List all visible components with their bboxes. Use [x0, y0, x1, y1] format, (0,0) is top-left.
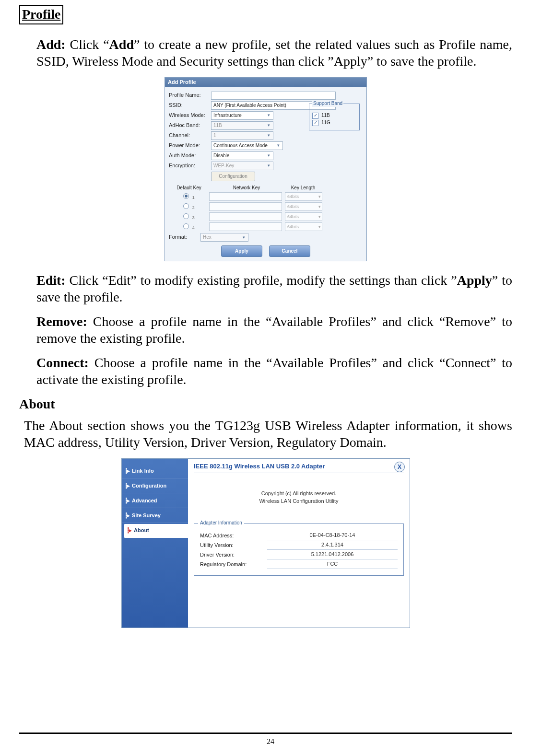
select-keylen-4: 64bits▾: [285, 222, 322, 231]
lbl-wireless-mode: Wireless Mode:: [169, 112, 208, 119]
chevron-down-icon: ▾: [318, 214, 321, 220]
section-title-about: About: [19, 395, 512, 412]
add-profile-dialog: Add Profile Profile Name: SSID: ANY (Fir…: [165, 77, 367, 261]
chevron-down-icon: ▾: [265, 123, 272, 128]
key-headers: Default Key Network Key Key Length: [169, 185, 363, 191]
lbl-profile-name: Profile Name:: [169, 92, 208, 99]
apply-button[interactable]: Apply: [221, 245, 262, 257]
bullet-icon: ┇▸: [127, 527, 131, 534]
auth-mode-value: Disable: [213, 153, 229, 159]
about-sidebar: ┇▸Link Info ┇▸Configuration ┇▸Advanced ┇…: [122, 459, 188, 628]
connect-label: Connect:: [36, 355, 89, 370]
about-copyright: Copyright (c) All rights reserved.: [194, 489, 404, 498]
select-keylen-3: 64bits▾: [285, 212, 322, 221]
sidebar-label-link-info: Link Info: [132, 468, 154, 475]
lbl-11g: 11G: [321, 120, 330, 125]
radio-key-2[interactable]: [183, 203, 189, 209]
footer-rule: [19, 733, 512, 734]
add-bold: Add: [109, 37, 134, 52]
lbl-mac: MAC Address:: [200, 533, 267, 539]
key-row-2: 2 64bits▾: [169, 202, 363, 211]
sidebar-item-link-info[interactable]: ┇▸Link Info: [122, 465, 188, 478]
select-keylen-1: 64bits▾: [285, 192, 322, 201]
channel-value: 1: [213, 133, 216, 139]
lbl-regulatory-domain: Regulatory Domain:: [200, 561, 267, 568]
select-wireless-mode[interactable]: Infrastructure▾: [211, 111, 273, 120]
para-connect: Connect: Choose a profile name in the “A…: [36, 354, 512, 388]
chevron-down-icon: ▾: [318, 204, 321, 209]
dialog-title: Add Profile: [165, 78, 366, 87]
chevron-down-icon: ▾: [265, 153, 272, 158]
sidebar-label-configuration: Configuration: [132, 483, 166, 489]
sidebar-label-site-survey: Site Survey: [132, 512, 161, 519]
select-format: Hex▾: [200, 233, 248, 242]
hdr-network-key: Network Key: [209, 185, 284, 191]
support-band-group: Support Band ✓11B ✓11G: [309, 104, 360, 130]
hdr-key-length: Key Length: [284, 185, 322, 191]
keylen-4-value: 64bits: [287, 224, 299, 230]
key-row-4: 4 64bits▾: [169, 222, 363, 231]
chevron-down-icon: ▾: [240, 235, 247, 240]
input-key-3[interactable]: [209, 212, 282, 221]
sidebar-label-about: About: [134, 527, 149, 534]
lbl-auth-mode: Auth Mode:: [169, 152, 208, 159]
sidebar-item-about[interactable]: ┇▸About: [124, 524, 188, 538]
select-channel: 1▾: [211, 131, 273, 140]
adapter-info-group: Adapter Information MAC Address:0E-04-C8…: [194, 523, 404, 576]
lbl-power-mode: Power Mode:: [169, 142, 208, 149]
input-key-2[interactable]: [209, 202, 282, 211]
lbl-ssid: SSID:: [169, 102, 208, 109]
hdr-default-key: Default Key: [169, 185, 209, 191]
configuration-button: Configuration: [211, 172, 255, 181]
chevron-down-icon: ▾: [275, 143, 282, 148]
sidebar-item-advanced[interactable]: ┇▸Advanced: [122, 494, 188, 508]
bullet-icon: ┇▸: [125, 512, 129, 519]
lbl-channel: Channel:: [169, 132, 208, 139]
lbl-encryption: Encryption:: [169, 163, 208, 169]
keylen-1-value: 64bits: [287, 194, 299, 199]
add-text-a: Click “: [66, 37, 109, 52]
key-row-1: 1 64bits▾: [169, 192, 363, 201]
about-copy-block: Copyright (c) All rights reserved. Wirel…: [194, 489, 404, 505]
bullet-icon: ┇▸: [125, 483, 129, 489]
cancel-button[interactable]: Cancel: [269, 245, 310, 257]
select-auth-mode[interactable]: Disable▾: [211, 151, 273, 160]
page-number: 24: [0, 737, 541, 746]
edit-label: Edit:: [36, 273, 66, 288]
chevron-down-icon: ▾: [318, 194, 321, 199]
checkbox-11g[interactable]: ✓: [312, 120, 318, 126]
encryption-value: WEP-Key: [213, 163, 234, 169]
radio-key-3[interactable]: [183, 213, 189, 219]
bullet-icon: ┇▸: [125, 468, 129, 475]
lbl-adhoc-band: AdHoc Band:: [169, 122, 208, 129]
key-row-3: 3 64bits▾: [169, 212, 363, 221]
chevron-down-icon: ▾: [265, 133, 272, 138]
checkbox-11b[interactable]: ✓: [312, 113, 318, 119]
lbl-format: Format:: [169, 234, 198, 241]
lbl-driver-version: Driver Version:: [200, 552, 267, 558]
para-edit: Edit: Click “Edit” to modify existing pr…: [36, 272, 512, 305]
radio-key-4[interactable]: [183, 223, 189, 229]
about-product-line: Wireless LAN Configuration Utility: [194, 497, 404, 505]
sidebar-item-configuration[interactable]: ┇▸Configuration: [122, 479, 188, 493]
add-label: Add:: [36, 37, 66, 52]
input-profile-name[interactable]: [211, 92, 336, 100]
edit-bold: Apply: [457, 273, 492, 288]
chevron-down-icon: ▾: [318, 224, 321, 230]
adapter-info-legend: Adapter Information: [198, 520, 244, 526]
val-utility-version: 2.4.1.314: [267, 542, 398, 550]
remove-text: Choose a profile name in the “Available …: [36, 314, 512, 346]
input-key-1[interactable]: [209, 192, 282, 201]
sidebar-label-advanced: Advanced: [132, 498, 157, 504]
radio-key-1[interactable]: [183, 193, 189, 199]
remove-label: Remove:: [36, 314, 87, 329]
support-band-legend: Support Band: [312, 101, 343, 107]
chevron-down-icon: ▾: [265, 113, 272, 118]
sidebar-item-site-survey[interactable]: ┇▸Site Survey: [122, 509, 188, 523]
about-screenshot: ┇▸Link Info ┇▸Configuration ┇▸Advanced ┇…: [19, 458, 512, 628]
connect-text: Choose a profile name in the “Available …: [36, 355, 512, 387]
select-power-mode[interactable]: Continuous Access Mode▾: [211, 141, 283, 150]
input-key-4[interactable]: [209, 222, 282, 231]
ssid-value: ANY (First Available Access Point): [213, 103, 286, 109]
keylen-2-value: 64bits: [287, 204, 299, 209]
